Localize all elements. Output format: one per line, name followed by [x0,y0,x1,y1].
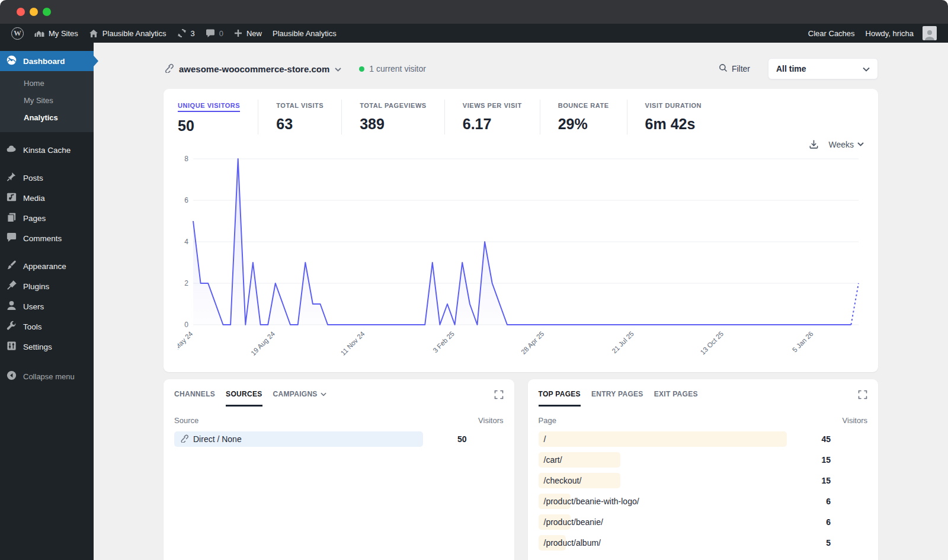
download-icon[interactable] [809,139,819,149]
admin-bar-new[interactable]: New [229,24,267,43]
tab-channels[interactable]: CHANNELS [174,390,215,407]
svg-text:28 Apr 25: 28 Apr 25 [520,330,545,356]
bar-zone: Direct / None [174,431,423,447]
date-range-select[interactable]: All time [768,58,878,79]
row-visitors: 6 [796,517,831,527]
sidebar-item-pages[interactable]: Pages [0,208,94,228]
tab-entry-pages[interactable]: ENTRY PAGES [591,390,643,407]
stat-views-per-visit[interactable]: VIEWS PER VISIT6.17 [463,100,540,135]
svg-text:5 Jan 26: 5 Jan 26 [791,330,815,354]
collapse-arrow-icon [6,370,17,383]
stat-visit-duration[interactable]: VISIT DURATION6m 42s [645,100,720,135]
source-row[interactable]: Direct / None50 [174,431,504,447]
plug-icon [6,280,17,293]
zoom-window-button[interactable] [43,8,51,16]
admin-bar-page-context[interactable]: Plausible Analytics [267,24,342,43]
comment-icon [6,232,17,245]
sidebar-item-label: Plugins [23,282,49,291]
filter-label: Filter [732,64,750,73]
sidebar-item-tools[interactable]: Tools [0,316,94,337]
sidebar-item-label: Kinsta Cache [23,146,71,155]
stat-bounce-rate[interactable]: BOUNCE RATE29% [558,100,627,135]
filter-button[interactable]: Filter [719,63,750,74]
sidebar-subitem-my-sites[interactable]: My Sites [0,92,94,109]
tab-label: EXIT PAGES [654,390,698,398]
row-label: / [539,431,787,447]
stat-unique-visitors[interactable]: UNIQUE VISITORS50 [178,100,258,135]
svg-text:0: 0 [184,321,188,329]
sidebar-item-label: Media [23,194,45,203]
tab-label: ENTRY PAGES [591,390,643,398]
row-visitors: 15 [796,455,831,465]
stat-label: TOTAL PAGEVIEWS [360,102,427,109]
sidebar-item-users[interactable]: Users [0,296,94,316]
sidebar-item-label: Pages [23,214,46,223]
visitors-line-chart: 0246831 May 2419 Aug 2411 Nov 243 Feb 25… [178,149,863,367]
wp-sidebar: Dashboard HomeMy SitesAnalytics Kinsta C… [0,43,94,560]
row-label: /product/beanie/ [539,514,787,530]
stats-row: UNIQUE VISITORS50TOTAL VISITS63TOTAL PAG… [178,100,864,135]
plus-icon [234,29,242,37]
page-row[interactable]: /cart/15 [539,452,868,468]
tab-campaigns[interactable]: CAMPAIGNS [273,390,326,407]
stat-label: TOTAL VISITS [276,102,324,109]
interval-label: Weeks [828,140,854,149]
dashboard-gauge-icon [6,55,17,68]
multisite-houses-icon [34,29,44,38]
sidebar-item-plugins[interactable]: Plugins [0,276,94,296]
expand-icon[interactable] [494,390,504,399]
dashboard-submenu: HomeMy SitesAnalytics [0,71,94,132]
svg-text:4: 4 [184,238,188,246]
sidebar-item-media[interactable]: Media [0,188,94,208]
stat-total-pageviews[interactable]: TOTAL PAGEVIEWS389 [360,100,445,135]
clear-caches-button[interactable]: Clear Caches [803,24,860,43]
current-visitors[interactable]: 1 current visitor [359,64,426,73]
page-row[interactable]: /product/beanie/6 [539,514,868,530]
sidebar-item-appearance[interactable]: Appearance [0,256,94,276]
sidebar-item-comments[interactable]: Comments [0,228,94,248]
page-row[interactable]: /45 [539,431,868,447]
wordpress-logo-icon: W [11,27,24,40]
admin-bar-updates[interactable]: 3 [172,24,200,43]
stat-value: 29% [558,116,609,133]
wp-logo-menu[interactable]: W [6,24,29,43]
column-header-right: Visitors [478,416,503,425]
bar-zone: /product/beanie/ [539,514,787,530]
admin-bar-comments[interactable]: 0 [200,24,229,43]
tab-exit-pages[interactable]: EXIT PAGES [654,390,698,407]
sidebar-item-settings[interactable]: Settings [0,337,94,357]
chevron-down-icon [335,63,341,74]
interval-picker[interactable]: Weeks [828,140,864,149]
admin-bar-site-name[interactable]: Plausible Analytics [84,24,172,43]
sidebar-item-kinsta-cache[interactable]: Kinsta Cache [0,140,94,160]
svg-text:6: 6 [184,196,188,204]
svg-text:13 Oct 25: 13 Oct 25 [699,330,725,356]
updates-icon [177,28,187,38]
bar-zone: /cart/ [539,452,787,468]
collapse-menu-button[interactable]: Collapse menu [0,366,94,386]
sidebar-subitem-analytics[interactable]: Analytics [0,109,94,126]
page-row[interactable]: /checkout/15 [539,473,868,488]
sidebar-item-posts[interactable]: Posts [0,168,94,188]
admin-bar-account[interactable]: Howdy, hricha [860,24,942,43]
tab-top-pages[interactable]: TOP PAGES [539,390,581,407]
sidebar-item-dashboard[interactable]: Dashboard [0,51,94,71]
wp-admin-bar: W My Sites Plausible Analytics 3 0 New P… [0,24,948,43]
tab-sources[interactable]: SOURCES [226,390,262,407]
stat-total-visits[interactable]: TOTAL VISITS63 [276,100,342,135]
page-row[interactable]: /product/beanie-with-logo/6 [539,494,868,509]
wrench-icon [6,320,17,333]
top-pages-card: TOP PAGESENTRY PAGESEXIT PAGESPageVisito… [528,379,879,560]
site-picker[interactable]: awesome-woocommerce-store.com [164,63,341,75]
my-sites-label: My Sites [49,29,78,38]
sidebar-subitem-home[interactable]: Home [0,75,94,92]
minimize-window-button[interactable] [30,8,38,16]
row-visitors: 5 [796,538,831,548]
admin-bar-my-sites[interactable]: My Sites [29,24,84,43]
tab-label: CHANNELS [174,390,215,398]
expand-icon[interactable] [858,390,867,399]
stat-label: VISIT DURATION [645,102,702,109]
close-window-button[interactable] [17,8,25,16]
stat-value: 63 [276,116,324,133]
page-row[interactable]: /product/album/5 [539,535,868,551]
